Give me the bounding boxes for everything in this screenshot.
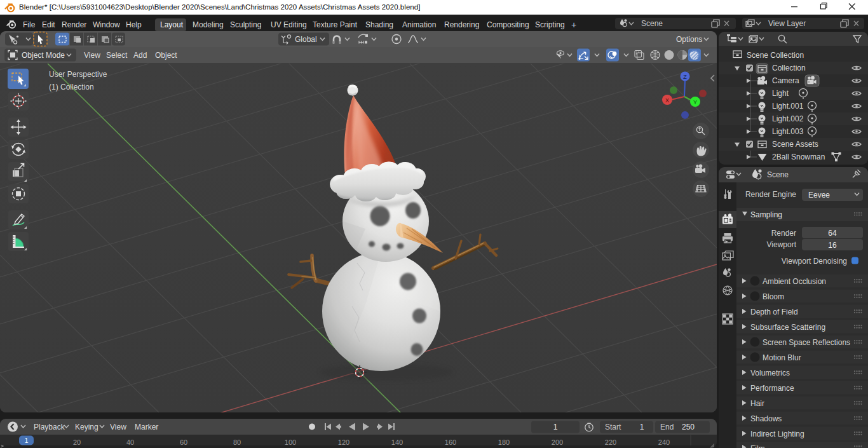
svg-text:16: 16 [828,241,837,250]
svg-text:User Perspective: User Perspective [49,70,107,79]
svg-text:Options: Options [676,35,702,44]
svg-text:Shadows: Shadows [750,414,782,423]
svg-text:Render: Render [771,229,796,238]
svg-text:2Ball Snowman: 2Ball Snowman [772,153,825,161]
svg-text:Light.001: Light.001 [772,102,804,111]
svg-text:Sampling: Sampling [750,210,782,219]
svg-text:Light: Light [772,89,789,98]
svg-text:Start: Start [605,423,621,431]
svg-text:Eevee: Eevee [808,191,830,200]
svg-text:Volumetrics: Volumetrics [750,369,790,377]
svg-text:Global: Global [295,35,317,44]
svg-text:X: X [665,97,669,104]
svg-text:Keying: Keying [75,422,98,431]
svg-text:Scene: Scene [767,170,789,179]
svg-text:Light.002: Light.002 [772,114,804,123]
svg-text:160: 160 [445,438,456,445]
svg-text:20: 20 [73,438,81,445]
svg-text:200: 200 [552,438,563,445]
svg-text:Screen Space Reflections: Screen Space Reflections [763,338,850,347]
svg-text:Scene Collection: Scene Collection [747,51,804,60]
svg-text:120: 120 [338,438,349,445]
svg-text:1: 1 [24,437,28,444]
svg-text:Viewport Denoising: Viewport Denoising [782,257,847,266]
svg-text:Film: Film [750,444,765,448]
svg-text:Bloom: Bloom [763,292,784,301]
svg-text:64: 64 [828,229,837,238]
svg-text:180: 180 [498,438,510,445]
svg-text:View Layer: View Layer [768,19,806,28]
svg-text:Collection: Collection [772,64,806,72]
svg-text:250: 250 [682,423,695,431]
svg-text:Camera: Camera [772,76,799,85]
svg-text:220: 220 [605,438,616,445]
svg-text:Add: Add [133,51,147,60]
svg-text:60: 60 [180,438,187,445]
svg-text:Subsurface Scattering: Subsurface Scattering [750,323,825,332]
svg-text:View: View [110,422,126,431]
svg-text:1: 1 [640,423,644,431]
svg-text:Render Engine: Render Engine [745,190,796,199]
svg-text:Playback: Playback [34,422,65,431]
svg-text:Scene: Scene [641,19,663,28]
svg-text:Depth of Field: Depth of Field [750,308,798,316]
svg-text:Object: Object [155,51,177,60]
svg-text:Z: Z [683,74,687,80]
svg-text:Hair: Hair [750,399,764,408]
svg-text:Ambient Occlusion: Ambient Occlusion [763,277,826,286]
svg-text:Object Mode: Object Mode [22,51,65,60]
svg-text:Performance: Performance [750,384,794,393]
svg-text:Motion Blur: Motion Blur [763,353,801,362]
svg-text:Scene Assets: Scene Assets [772,140,818,149]
svg-text:Indirect Lighting: Indirect Lighting [750,430,804,438]
svg-text:40: 40 [126,438,134,445]
svg-text:Light.003: Light.003 [772,127,804,136]
svg-text:80: 80 [233,438,241,445]
svg-text:(1) Collection: (1) Collection [49,83,94,92]
svg-text:Viewport: Viewport [767,240,797,249]
svg-text:140: 140 [391,438,403,445]
svg-text:100: 100 [285,438,296,445]
svg-text:End: End [660,423,674,431]
svg-text:Select: Select [106,51,128,60]
svg-text:1: 1 [553,423,558,431]
svg-text:Marker: Marker [135,422,158,431]
svg-text:Y: Y [693,99,697,105]
svg-text:240: 240 [658,438,670,445]
svg-text:View: View [84,51,100,60]
